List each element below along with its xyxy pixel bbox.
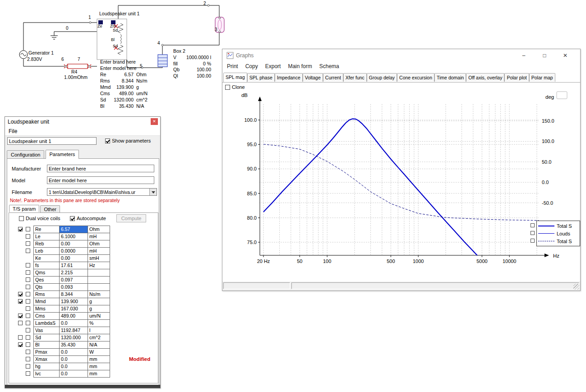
ts-include-checkbox-bl[interactable]	[18, 342, 23, 347]
ts-lock-checkbox-vas[interactable]	[26, 328, 30, 332]
close-button[interactable]: ✕	[555, 49, 576, 62]
dialog-close-button[interactable]: ✕	[151, 118, 158, 125]
ts-lock-checkbox-lvc[interactable]	[26, 371, 30, 376]
ts-value[interactable]: 167.030	[59, 305, 88, 313]
ts-value[interactable]: 489.00	[59, 312, 88, 320]
graphs-tab-polar-plot[interactable]: Polar plot	[504, 73, 529, 82]
filename-combobox[interactable]: 1 ten\IJdata\Develop\BCB\Main6\shiva.ur	[47, 188, 157, 196]
graphs-menu-main-form[interactable]: Main form	[284, 62, 315, 71]
ts-value[interactable]: 0.093	[59, 283, 88, 291]
ts-lock-checkbox-mms[interactable]	[26, 306, 30, 311]
clone-checkbox[interactable]: Clone	[222, 83, 580, 91]
ts-value[interactable]: 0.0	[59, 370, 88, 378]
ts-lock-checkbox-fs[interactable]	[26, 263, 30, 267]
resistor-r4-symbol[interactable]	[64, 64, 91, 69]
ts-include-checkbox-sd[interactable]	[18, 335, 23, 340]
dual-voice-coils-checkbox[interactable]: Dual voice coils	[19, 216, 60, 221]
legend-toggle-2[interactable]	[531, 239, 535, 243]
ts-lock-checkbox-sd[interactable]	[26, 335, 30, 340]
ts-lock-checkbox-hg[interactable]	[26, 364, 30, 369]
tab-parameters[interactable]: Parameters	[46, 150, 79, 159]
graphs-tab-spl-phase[interactable]: SPL phase	[247, 73, 275, 82]
ts-include-checkbox-rms[interactable]	[18, 292, 23, 296]
subtab-other[interactable]: Other	[40, 205, 60, 212]
tab-configuration[interactable]: Configuration	[7, 150, 44, 158]
resistor-value: 1.00mOhm	[64, 74, 88, 80]
ts-value[interactable]: 2.215	[59, 269, 88, 277]
manufacturer-input[interactable]	[47, 165, 154, 172]
compute-button[interactable]: Compute	[116, 214, 146, 222]
ts-lock-checkbox-re[interactable]	[26, 227, 30, 231]
generator-symbol[interactable]	[19, 51, 28, 59]
minimize-button[interactable]: –	[513, 49, 534, 62]
node-label-6: 6	[61, 57, 64, 62]
graphs-menu-schema[interactable]: Schema	[316, 62, 343, 71]
ts-value[interactable]: 0.097	[59, 276, 88, 284]
ts-include-checkbox-re[interactable]	[18, 227, 23, 231]
svg-text:-50.0: -50.0	[542, 200, 553, 206]
ts-include-checkbox-lambdas[interactable]	[18, 321, 23, 325]
ts-lock-checkbox-mmd[interactable]	[26, 299, 30, 304]
graphs-tab-off-axis-overlay[interactable]: Off axis, overlay	[466, 73, 504, 82]
maximize-button[interactable]: □	[534, 49, 555, 62]
legend-toggle-1[interactable]	[531, 231, 535, 235]
box2-symbol[interactable]	[158, 55, 167, 67]
ts-row-lvc: lvc0.0mm	[9, 370, 158, 378]
graphs-tab-xfer-func[interactable]: Xfer func	[343, 73, 367, 82]
ts-include-checkbox-cms[interactable]	[18, 314, 23, 318]
dialog-menu-file[interactable]: File	[5, 127, 21, 136]
ts-value[interactable]: 35.430	[59, 341, 88, 349]
ts-lock-checkbox-qts[interactable]	[26, 285, 30, 289]
ts-value[interactable]: 139.900	[59, 298, 88, 305]
ts-lock-checkbox-leb[interactable]	[26, 249, 30, 253]
ts-include-checkbox-mmd[interactable]	[18, 299, 23, 304]
graphs-menu-print[interactable]: Print	[223, 62, 242, 71]
graphs-menu-export[interactable]: Export	[262, 62, 285, 71]
dialog-title-bar[interactable]: Loudspeaker unit ✕	[5, 117, 160, 127]
ts-value[interactable]: 1320.000	[59, 334, 88, 341]
ts-lock-checkbox-reb[interactable]	[26, 241, 30, 246]
graphs-title-bar[interactable]: Graphs – □ ✕	[222, 49, 580, 62]
graphs-tab-voltage[interactable]: Voltage	[303, 73, 323, 82]
graphs-tab-impedance[interactable]: Impedance	[275, 73, 303, 82]
ts-value[interactable]: 0.0	[59, 319, 88, 327]
ts-lock-checkbox-xmax[interactable]	[26, 357, 30, 361]
show-parameters-checkbox[interactable]: Show parameters	[105, 138, 151, 143]
ts-value[interactable]: 0.00	[59, 254, 88, 262]
ts-row-pmax: Pmax0.0W	[9, 348, 158, 356]
graph-corner-box[interactable]	[557, 92, 567, 99]
graphs-tab-spl-mag[interactable]: SPL mag	[223, 73, 247, 82]
ts-value[interactable]: 6.1000	[59, 233, 88, 240]
subtab-ts-param[interactable]: T/S param	[9, 205, 39, 212]
ts-value[interactable]: 0.0000	[59, 247, 88, 255]
legend-toggle-0[interactable]	[531, 223, 535, 227]
ts-lock-checkbox-qes[interactable]	[26, 277, 30, 282]
model-input[interactable]	[47, 176, 154, 184]
ts-value[interactable]: 8.344	[59, 291, 88, 298]
filename-dropdown-button[interactable]	[149, 189, 157, 195]
ts-lock-checkbox-bl[interactable]	[26, 342, 30, 347]
ts-value[interactable]: 0.0	[59, 348, 88, 356]
graphs-tab-time-domain[interactable]: Time domain	[434, 73, 466, 82]
ts-value[interactable]: 0.00	[59, 240, 88, 248]
graphs-tab-polar-map[interactable]: Polar map	[529, 73, 555, 82]
ts-value[interactable]: 0.0	[59, 355, 88, 363]
ts-lock-checkbox-lambdas[interactable]	[26, 321, 30, 325]
ts-value[interactable]: 1192.847	[59, 327, 88, 334]
unit-name-input[interactable]	[7, 137, 97, 145]
ts-value[interactable]: 6.57	[59, 226, 88, 233]
ts-lock-checkbox-le[interactable]	[26, 234, 30, 239]
graphs-menu-copy[interactable]: Copy	[242, 62, 262, 71]
ts-value[interactable]: 17.61	[59, 262, 88, 269]
ts-lock-checkbox-cms[interactable]	[26, 314, 30, 318]
ts-lock-checkbox-rms[interactable]	[26, 292, 30, 296]
ts-lock-checkbox-pmax[interactable]	[26, 350, 30, 354]
ts-lock-checkbox-qms[interactable]	[26, 270, 30, 275]
graphs-tab-group-delay[interactable]: Group delay	[367, 73, 397, 82]
graphs-tab-current[interactable]: Current	[323, 73, 343, 82]
status-panel-1	[223, 282, 290, 289]
ts-value[interactable]: 0.0	[59, 363, 88, 370]
resize-grip[interactable]	[573, 284, 579, 290]
autocompute-checkbox[interactable]: Autocompute	[70, 216, 106, 221]
graphs-tab-cone-excursion[interactable]: Cone excursion	[397, 73, 434, 82]
